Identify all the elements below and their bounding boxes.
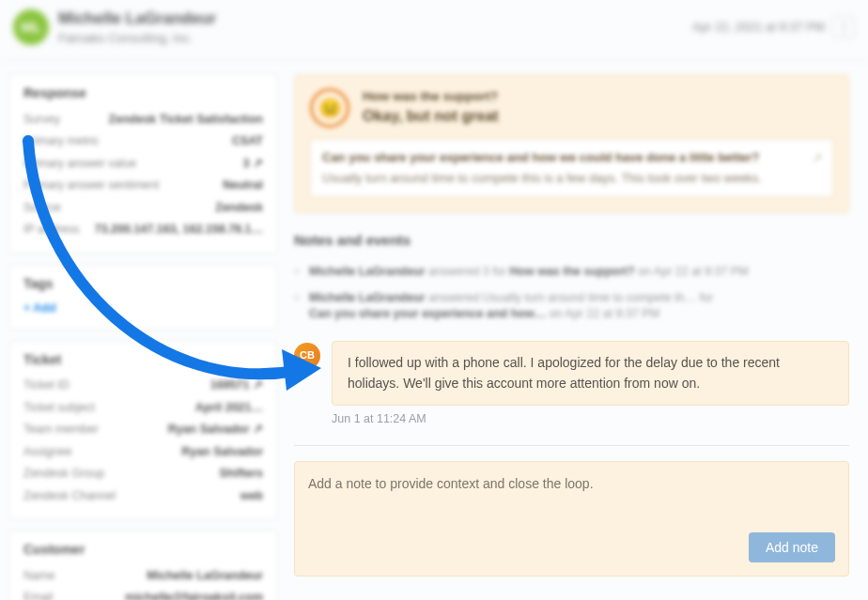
notes-events-block: Notes and events Michelle LaGrandeur ans… — [294, 230, 849, 328]
panel-ticket: Ticket Ticket ID169571 ↗ Ticket subjectA… — [9, 341, 277, 520]
panel-response: Response SurveyZendesk Ticket Satisfacti… — [9, 74, 277, 254]
divider — [294, 445, 849, 446]
notes-events-title: Notes and events — [294, 230, 849, 250]
note-card: I followed up with a phone call. I apolo… — [332, 341, 849, 406]
bullet-icon — [294, 295, 300, 300]
panel-title: Ticket — [23, 351, 263, 370]
header-right: Apr 22, 2021 at 9:37 PM ⋮ — [692, 16, 855, 38]
feedback-card: 😐 How was the support? Okay, but not gre… — [294, 74, 849, 213]
panel-customer: Customer NameMichelle LaGrandeur Emailmi… — [9, 531, 277, 600]
feedback-response: Usually turn around time to compete this… — [322, 170, 821, 187]
feedback-question: How was the support? — [363, 88, 499, 106]
customer-name: Michelle LaGrandeur — [58, 8, 216, 30]
bullet-icon — [294, 269, 300, 274]
add-note-box[interactable]: Add a note to provide context and close … — [294, 461, 849, 577]
panel-title: Customer — [23, 541, 263, 560]
note-timestamp: Jun 1 at 11:24 AM — [332, 411, 849, 428]
panel-title: Tags — [23, 275, 263, 294]
panel-title: Response — [23, 85, 263, 103]
external-link-icon[interactable]: ↗ — [812, 149, 823, 168]
event-row: Michelle LaGrandeur answered 3 for How w… — [294, 259, 849, 285]
note-entry: CB I followed up with a phone call. I ap… — [294, 341, 849, 406]
feedback-prompt: Can you share your experience and how we… — [322, 149, 821, 166]
add-note-placeholder[interactable]: Add a note to provide context and close … — [308, 475, 835, 494]
author-avatar: CB — [294, 343, 320, 369]
feedback-detail: Can you share your experience and how we… — [310, 139, 833, 197]
customer-avatar: ML — [13, 9, 49, 45]
feedback-answer: Okay, but not great — [363, 106, 499, 127]
customer-company: Fairoaks Consulting, Inc. — [58, 30, 216, 47]
event-row: Michelle LaGrandeur answered Usually tur… — [294, 285, 849, 328]
add-tag-link[interactable]: + Add — [23, 301, 56, 315]
header: ML Michelle LaGrandeur Fairoaks Consulti… — [0, 0, 868, 61]
left-column: Response SurveyZendesk Ticket Satisfacti… — [9, 74, 277, 600]
add-note-button[interactable]: Add note — [749, 532, 835, 562]
neutral-face-icon: 😐 — [310, 88, 349, 128]
panel-tags: Tags + Add — [9, 265, 277, 330]
response-timestamp: Apr 22, 2021 at 9:37 PM — [692, 19, 825, 36]
right-column: 😐 How was the support? Okay, but not gre… — [294, 74, 859, 600]
header-menu-button[interactable]: ⋮ — [832, 16, 855, 38]
header-names: Michelle LaGrandeur Fairoaks Consulting,… — [58, 8, 216, 47]
